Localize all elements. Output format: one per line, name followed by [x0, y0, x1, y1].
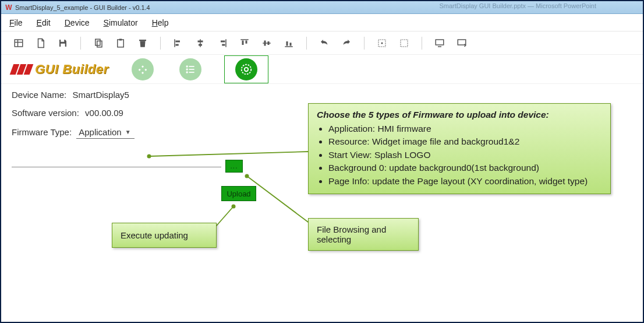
device-name-value: SmartDisplay5: [72, 90, 129, 100]
svg-rect-6: [97, 41, 102, 47]
copy-icon[interactable]: [91, 36, 105, 50]
redo-icon[interactable]: [339, 36, 353, 50]
align-top-icon[interactable]: [238, 36, 252, 50]
svg-rect-15: [199, 44, 202, 45]
svg-rect-7: [118, 40, 124, 47]
svg-rect-8: [119, 38, 122, 40]
svg-point-46: [232, 205, 236, 209]
svg-point-40: [241, 64, 251, 74]
firmware-type-value: Application: [79, 127, 121, 137]
file-path-input[interactable]: [12, 167, 221, 167]
svg-rect-11: [176, 40, 181, 42]
align-middle-v-icon[interactable]: [260, 36, 274, 50]
save-icon[interactable]: [56, 36, 70, 50]
new-icon[interactable]: [12, 36, 26, 50]
callout-upload-text: Execute updating: [121, 230, 188, 240]
svg-rect-18: [222, 44, 225, 45]
callout-item: Page Info: update the Page layout (XY co…: [328, 175, 602, 188]
align-right-icon[interactable]: [215, 36, 229, 50]
svg-rect-0: [15, 40, 23, 47]
menu-file[interactable]: File: [9, 18, 23, 27]
toolbar: [1, 31, 643, 55]
svg-point-38: [186, 71, 187, 73]
menubar: File Edit Device Simulator Help: [1, 14, 643, 31]
firmware-tab-selected: [224, 55, 268, 83]
svg-rect-14: [198, 40, 203, 42]
svg-rect-24: [268, 41, 270, 45]
svg-rect-23: [264, 40, 266, 45]
firmware-type-label: Firmware Type:: [12, 127, 72, 137]
deploy-icon[interactable]: [455, 36, 469, 50]
delete-icon[interactable]: [136, 36, 150, 50]
browse-label: ...: [230, 162, 238, 170]
monitor-icon[interactable]: [433, 36, 447, 50]
software-version-value: v00.00.09: [85, 108, 123, 118]
browse-button[interactable]: ...: [225, 160, 243, 173]
svg-line-45: [247, 176, 310, 223]
undo-icon[interactable]: [317, 36, 331, 50]
svg-rect-17: [221, 40, 225, 42]
svg-point-36: [186, 68, 187, 70]
separator: [80, 37, 81, 50]
align-center-h-icon[interactable]: [193, 36, 207, 50]
brand-logo: GUI Builder: [12, 62, 109, 77]
svg-rect-12: [176, 44, 179, 45]
callout-firmware-types: Choose the 5 types of Firmware to upload…: [308, 103, 611, 194]
upload-label: Upload: [227, 189, 250, 198]
open-icon[interactable]: [34, 36, 48, 50]
callout-list: Application: HMI firmware Resource: Widg…: [328, 122, 602, 188]
list-tab-button[interactable]: [179, 58, 201, 80]
separator: [422, 37, 422, 50]
svg-rect-3: [61, 40, 64, 42]
separator: [160, 37, 161, 50]
device-name-label: Device Name:: [12, 90, 66, 100]
window-title: SmartDisplay_5_example - GUI Builder - v…: [15, 4, 150, 11]
marquee-icon[interactable]: [397, 36, 411, 50]
svg-line-47: [216, 206, 233, 226]
callout-browse: File Browsing and selecting: [308, 218, 419, 251]
svg-rect-27: [290, 43, 292, 45]
svg-rect-30: [401, 40, 408, 47]
callout-browse-text: File Browsing and selecting: [317, 224, 386, 244]
callout-upload: Execute updating: [112, 223, 217, 248]
svg-point-34: [186, 65, 187, 67]
select-icon[interactable]: [375, 36, 389, 50]
svg-rect-21: [246, 40, 247, 43]
svg-rect-26: [286, 41, 288, 46]
svg-rect-35: [189, 66, 194, 67]
align-bottom-icon[interactable]: [282, 36, 296, 50]
svg-point-41: [244, 67, 247, 71]
firmware-type-dropdown[interactable]: Application ▼: [76, 126, 135, 139]
widgets-tab-button[interactable]: [132, 58, 154, 80]
svg-point-44: [245, 174, 249, 178]
svg-point-29: [381, 42, 383, 44]
menu-simulator[interactable]: Simulator: [104, 18, 138, 27]
svg-rect-20: [242, 40, 244, 45]
menu-device[interactable]: Device: [65, 18, 90, 27]
callout-item: Start View: Splash LOGO: [328, 149, 602, 162]
svg-rect-9: [139, 40, 146, 41]
logo-stripes-icon: [12, 64, 31, 75]
callout-item: Resource: Widget image file and backgrou…: [328, 135, 602, 148]
svg-rect-5: [95, 39, 100, 45]
firmware-tab-button[interactable]: [235, 58, 257, 80]
callout-item: Background 0: update background0(1st bac…: [328, 162, 602, 174]
callout-item: Application: HMI firmware: [328, 122, 602, 135]
connector-line: [214, 204, 237, 230]
separator: [364, 37, 365, 50]
svg-rect-39: [189, 72, 194, 73]
svg-rect-31: [436, 40, 444, 45]
menu-help[interactable]: Help: [152, 18, 169, 27]
menu-edit[interactable]: Edit: [37, 18, 51, 27]
chevron-down-icon: ▼: [125, 129, 131, 135]
background-window-title: SmartDisplay GUI Builder.pptx — Microsof…: [439, 2, 596, 9]
upload-button[interactable]: Upload: [221, 186, 256, 201]
callout-heading: Choose the 5 types of Firmware to upload…: [317, 110, 602, 120]
app-icon: W: [5, 3, 13, 12]
svg-rect-4: [61, 43, 65, 46]
align-left-icon[interactable]: [171, 36, 185, 50]
titlebar: W SmartDisplay_5_example - GUI Builder -…: [1, 1, 643, 14]
separator: [306, 37, 307, 50]
paste-icon[interactable]: [114, 36, 128, 50]
brand-row: GUI Builder: [1, 55, 643, 84]
